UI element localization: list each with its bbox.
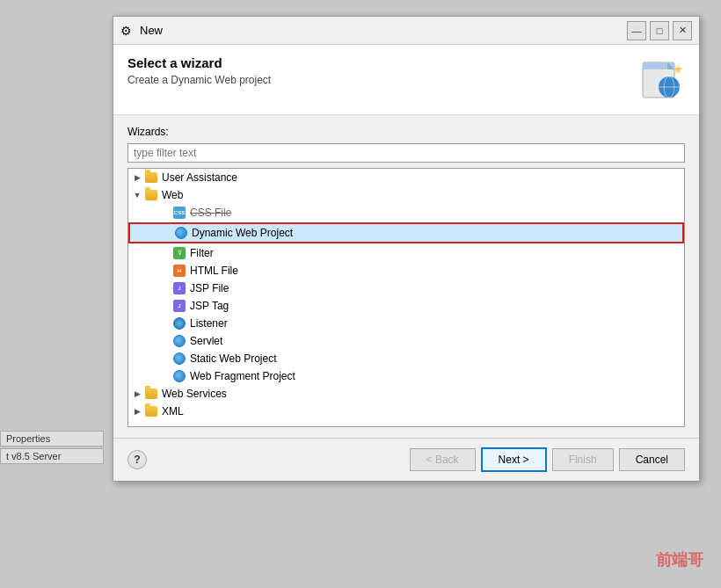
filter-icon: ⊽ — [172, 246, 186, 260]
tree-item-jsp-tag[interactable]: J JSP Tag — [128, 297, 684, 315]
maximize-button[interactable]: □ — [650, 21, 669, 40]
tree-label-web-fragment-project: Web Fragment Project — [190, 370, 295, 382]
new-wizard-dialog: ⚙ New — □ ✕ Select a wizard Create a Dyn… — [113, 16, 700, 482]
tree-toggle-web-services[interactable]: ▶ — [132, 388, 142, 399]
bg-properties-label: Properties — [6, 433, 50, 444]
tree-item-html-file[interactable]: H HTML File — [128, 262, 684, 279]
tree-item-listener[interactable]: Listener — [128, 315, 684, 332]
tree-toggle-xml[interactable]: ▶ — [132, 406, 142, 417]
cancel-button[interactable]: Cancel — [619, 448, 685, 471]
tree-label-static-web-project: Static Web Project — [190, 352, 276, 365]
tree-label-jsp-tag: JSP Tag — [190, 300, 229, 312]
header-text: Select a wizard Create a Dynamic Web pro… — [127, 55, 271, 86]
tree-label-web-services: Web Services — [162, 388, 227, 400]
folder-icon-user-assistance — [144, 171, 158, 185]
tree-item-web[interactable]: ▼ Web — [128, 186, 684, 204]
tree-label-servlet: Servlet — [190, 335, 222, 347]
next-button[interactable]: Next > — [481, 447, 547, 472]
footer-right: < Back Next > Finish Cancel — [410, 447, 685, 472]
bg-server-panel: t v8.5 Server — [0, 448, 104, 464]
bg-properties-panel: Properties — [0, 431, 104, 446]
bg-server-label: t v8.5 Server — [6, 451, 61, 461]
tree-label-listener: Listener — [190, 317, 228, 330]
servlet-icon — [172, 334, 186, 348]
css-icon: CSS — [172, 206, 186, 220]
jsp-icon: J — [172, 281, 186, 295]
title-bar: ⚙ New — □ ✕ — [113, 17, 699, 45]
tree-item-web-fragment-project[interactable]: Web Fragment Project — [128, 367, 684, 385]
tree-label-dynamic-web-project: Dynamic Web Project — [192, 227, 293, 239]
dialog-content: Wizards: ▶ User Assistance ▼ Web — [113, 115, 699, 438]
tree-item-xml[interactable]: ▶ XML — [128, 403, 684, 420]
dialog-footer: ? < Back Next > Finish Cancel — [113, 438, 699, 481]
tree-item-css-file[interactable]: CSS CSS File — [128, 204, 684, 221]
tree-item-user-assistance[interactable]: ▶ User Assistance — [128, 169, 684, 186]
footer-left: ? — [127, 450, 147, 469]
html-icon: H — [172, 264, 186, 278]
title-bar-left: ⚙ New — [120, 24, 163, 38]
tree-toggle-user-assistance[interactable]: ▶ — [132, 172, 142, 183]
tree-label-css-file: CSS File — [190, 207, 231, 219]
tree-label-user-assistance: User Assistance — [162, 171, 237, 184]
wizards-label: Wizards: — [127, 126, 685, 138]
header-title: Select a wizard — [127, 55, 271, 70]
tree-item-jsp-file[interactable]: J JSP File — [128, 279, 684, 297]
tree-item-servlet[interactable]: Servlet — [128, 332, 684, 350]
header-subtitle: Create a Dynamic Web project — [127, 74, 271, 86]
header-icon — [639, 55, 685, 101]
tree-label-filter: Filter — [190, 247, 214, 259]
globe-icon-static — [172, 352, 186, 366]
minimize-button[interactable]: — — [627, 21, 646, 40]
dialog-icon: ⚙ — [120, 24, 135, 38]
close-button[interactable]: ✕ — [673, 21, 692, 40]
header-icon-svg — [639, 55, 685, 101]
dialog-title: New — [140, 24, 163, 37]
tree-item-dynamic-web-project[interactable]: Dynamic Web Project — [128, 222, 684, 243]
wizard-tree[interactable]: ▶ User Assistance ▼ Web CSS C — [127, 168, 685, 427]
filter-input[interactable] — [127, 143, 685, 163]
globe-icon-dynamic — [174, 226, 188, 240]
folder-icon-web — [144, 188, 158, 202]
globe-icon-fragment — [172, 369, 186, 383]
tree-item-filter[interactable]: ⊽ Filter — [128, 244, 684, 262]
listener-icon — [172, 316, 186, 330]
title-controls: — □ ✕ — [627, 21, 692, 40]
tree-label-jsp-file: JSP File — [190, 282, 229, 294]
watermark: 前端哥 — [656, 549, 703, 570]
help-button[interactable]: ? — [127, 450, 147, 469]
tree-label-html-file: HTML File — [190, 265, 238, 277]
tree-item-web-services[interactable]: ▶ Web Services — [128, 385, 684, 403]
tree-label-xml: XML — [162, 405, 184, 417]
folder-icon-web-services — [144, 387, 158, 401]
tree-label-web: Web — [162, 189, 183, 201]
folder-icon-xml — [144, 404, 158, 418]
dialog-header: Select a wizard Create a Dynamic Web pro… — [113, 45, 699, 115]
tree-toggle-web[interactable]: ▼ — [132, 190, 142, 200]
finish-button[interactable]: Finish — [552, 448, 614, 471]
tree-item-static-web-project[interactable]: Static Web Project — [128, 350, 684, 367]
back-button[interactable]: < Back — [410, 448, 476, 471]
jsptag-icon: J — [172, 299, 186, 313]
